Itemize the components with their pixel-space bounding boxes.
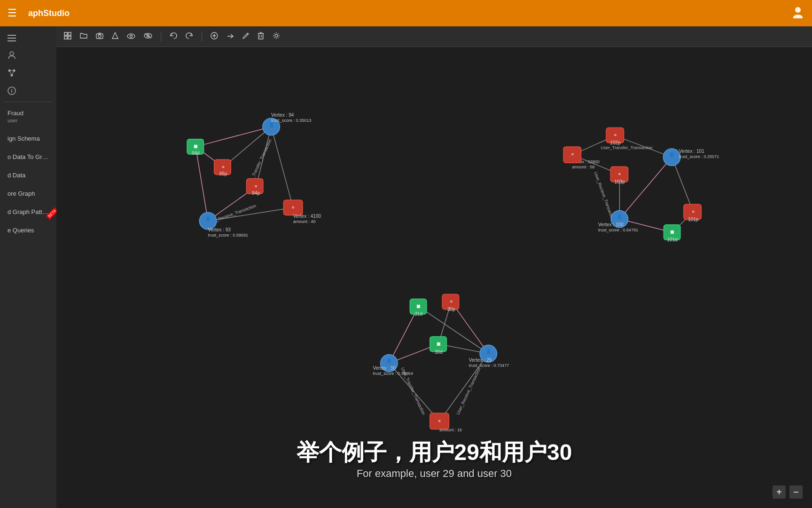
svg-text:▣: ▣ — [670, 230, 674, 234]
sidebar: i Fraud user ign Schema o Data To Graph … — [0, 26, 56, 508]
svg-text:≡: ≡ — [692, 209, 695, 214]
svg-text:trust_score : 0.58691: trust_score : 0.58691 — [208, 233, 248, 238]
graph-canvas[interactable]: User_Transfer_Transaction User_Recieve_T… — [56, 47, 812, 508]
svg-text:31d: 31d — [414, 311, 422, 317]
svg-text:≡: ≡ — [222, 165, 224, 169]
sidebar-item-design-schema[interactable]: ign Schema — [0, 129, 56, 148]
toolbar-edit-btn[interactable] — [241, 31, 251, 43]
zoom-controls: + − — [773, 485, 803, 499]
svg-text:Vertex : 100: Vertex : 100 — [598, 222, 624, 227]
toolbar-undo-btn[interactable] — [168, 31, 179, 43]
svg-text:👤: 👤 — [386, 358, 392, 364]
svg-point-19 — [98, 35, 101, 38]
svg-point-23 — [130, 35, 133, 37]
svg-text:👤: 👤 — [205, 216, 211, 222]
svg-text:▣: ▣ — [416, 304, 421, 309]
toolbar-folder-btn[interactable] — [78, 31, 89, 43]
svg-text:30d: 30d — [435, 349, 443, 355]
svg-text:👤: 👤 — [486, 349, 492, 354]
svg-point-37 — [275, 34, 278, 37]
svg-text:Vertex : 93: Vertex : 93 — [208, 227, 231, 232]
svg-text:👤: 👤 — [669, 152, 675, 158]
svg-text:101p: 101p — [688, 217, 699, 222]
svg-text:95p: 95p — [219, 171, 227, 176]
sidebar-item-load-data[interactable]: o Data To Graph — [0, 148, 56, 166]
svg-line-11 — [12, 71, 14, 75]
sidebar-info-icon[interactable]: i — [0, 82, 56, 100]
edge-label-recieve3: User_Recieve_Transaction — [455, 367, 481, 415]
svg-text:trust_score : 0.64791: trust_score : 0.64791 — [598, 228, 638, 232]
svg-text:Vertex : 30: Vertex : 30 — [373, 365, 396, 371]
svg-text:trust_score : 0.25071: trust_score : 0.25071 — [679, 154, 719, 159]
svg-text:≡: ≡ — [618, 172, 621, 176]
svg-text:102p: 102p — [610, 140, 621, 145]
svg-text:trust_score : 0.73477: trust_score : 0.73477 — [469, 363, 509, 368]
toolbar-expand-btn[interactable] — [62, 30, 73, 43]
sidebar-item-explore-graph[interactable]: ore Graph — [0, 184, 56, 203]
toolbar-arrow-btn[interactable] — [225, 31, 236, 43]
zoom-in-btn[interactable]: + — [773, 485, 786, 499]
svg-text:≡: ≡ — [292, 205, 294, 210]
svg-text:amount : 40: amount : 40 — [293, 219, 316, 224]
svg-text:Vertex : 4100: Vertex : 4100 — [293, 214, 321, 219]
sidebar-user-icon[interactable] — [0, 46, 56, 64]
svg-text:≡: ≡ — [571, 152, 574, 157]
svg-text:≡: ≡ — [614, 133, 617, 137]
svg-line-10 — [9, 71, 12, 75]
svg-rect-15 — [68, 32, 71, 35]
svg-text:103p: 103p — [614, 179, 625, 184]
toolbar-add-btn[interactable] — [209, 30, 220, 43]
menu-icon[interactable]: ☰ — [8, 7, 17, 19]
topbar: ☰ aphStudio — [0, 0, 812, 26]
svg-text:amount : 58: amount : 58 — [572, 165, 594, 169]
sidebar-item-graph-patterns[interactable]: d Graph Patterns BETA — [0, 203, 56, 221]
svg-text:30p: 30p — [447, 307, 455, 312]
svg-text:Vertex : 29: Vertex : 29 — [469, 357, 492, 363]
toolbar-redo-btn[interactable] — [184, 31, 195, 43]
svg-text:trust_score : 0.35013: trust_score : 0.35013 — [271, 118, 311, 123]
svg-rect-16 — [64, 36, 67, 39]
user-icon[interactable] — [791, 5, 804, 21]
svg-rect-3 — [8, 38, 16, 39]
toolbar-delete-btn[interactable] — [256, 30, 266, 43]
sidebar-item-add-data[interactable]: d Data — [0, 166, 56, 184]
sidebar-item-queries[interactable]: e Queries — [0, 221, 56, 239]
svg-text:Vertex : 94: Vertex : 94 — [271, 112, 294, 118]
main-area: i Fraud user ign Schema o Data To Graph … — [0, 26, 812, 508]
edge-4100-94 — [271, 127, 293, 207]
svg-text:trust_score : 0.39964: trust_score : 0.39964 — [373, 371, 413, 376]
svg-text:94d: 94d — [192, 151, 200, 156]
svg-point-5 — [10, 52, 14, 56]
svg-marker-21 — [112, 32, 118, 39]
svg-text:≡: ≡ — [450, 299, 453, 304]
edge-31d-29 — [419, 307, 489, 354]
svg-text:▣: ▣ — [437, 341, 441, 346]
toolbar-settings-btn[interactable] — [271, 30, 282, 43]
svg-rect-17 — [68, 36, 71, 39]
toolbar-eye2-btn[interactable] — [142, 31, 154, 43]
app-logo: aphStudio — [28, 8, 70, 18]
svg-text:i: i — [11, 88, 12, 94]
svg-text:Vertex : 101: Vertex : 101 — [679, 149, 704, 154]
svg-text:≡: ≡ — [438, 419, 440, 423]
toolbar-shape-btn[interactable] — [110, 30, 120, 43]
svg-text:≡: ≡ — [255, 184, 257, 189]
svg-rect-2 — [8, 35, 16, 36]
graph-svg: User_Transfer_Transaction User_Recieve_T… — [56, 47, 812, 508]
svg-text:▣: ▣ — [194, 144, 198, 149]
toolbar-camera-btn[interactable] — [94, 31, 105, 43]
sidebar-nodes-icon[interactable] — [0, 64, 56, 82]
edge-label-transfer2: User_Transfer_Transaction — [601, 145, 653, 150]
svg-rect-14 — [64, 32, 67, 35]
sidebar-item-fraud[interactable]: Fraud user — [0, 104, 56, 129]
svg-text:amount : 16: amount : 16 — [439, 428, 462, 432]
svg-text:94p: 94p — [252, 190, 260, 196]
toolbar-eye-btn[interactable] — [125, 31, 137, 43]
zoom-out-btn[interactable]: − — [789, 485, 803, 499]
edge-94d-93 — [195, 147, 208, 221]
svg-line-31 — [247, 34, 248, 35]
toolbar — [56, 26, 812, 47]
sidebar-expand-icon[interactable] — [0, 30, 56, 46]
right-panel: User_Transfer_Transaction User_Recieve_T… — [56, 26, 812, 508]
svg-rect-32 — [258, 33, 263, 39]
